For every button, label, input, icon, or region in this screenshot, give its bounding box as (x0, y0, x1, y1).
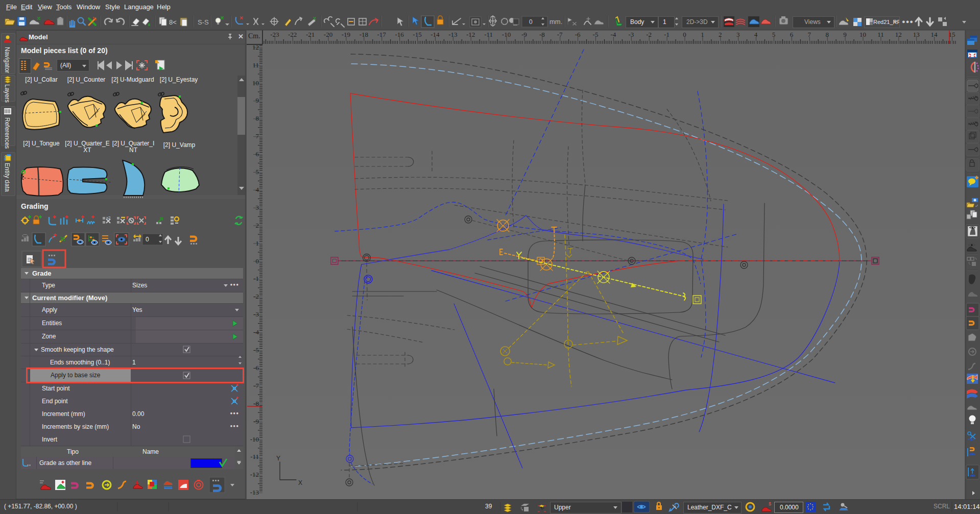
svg-text:-23: -23 (270, 31, 279, 38)
svg-text:11: 11 (877, 31, 884, 38)
svg-text:3: 3 (256, 204, 259, 211)
svg-text:-21: -21 (306, 31, 315, 38)
svg-text:10: 10 (859, 31, 866, 38)
svg-text:-18: -18 (360, 31, 368, 38)
svg-text:-2: -2 (646, 31, 652, 38)
svg-text:6: 6 (790, 31, 794, 38)
svg-text:-6: -6 (253, 364, 259, 372)
svg-text:-9: -9 (521, 31, 527, 38)
svg-text:8: 8 (825, 31, 829, 38)
svg-text:-3: -3 (253, 310, 259, 318)
svg-text:-3: -3 (628, 31, 634, 38)
svg-text:7: 7 (256, 132, 259, 140)
svg-text:3: 3 (736, 31, 740, 38)
svg-text:-16: -16 (395, 31, 404, 38)
svg-text:Cm.: Cm. (248, 32, 260, 40)
svg-text:-4: -4 (610, 31, 616, 38)
svg-text:-10: -10 (250, 435, 259, 443)
svg-text:Y: Y (276, 455, 280, 462)
svg-text:12: 12 (895, 31, 902, 38)
svg-text:4: 4 (256, 186, 259, 193)
svg-text:10: 10 (252, 79, 259, 87)
svg-text:-7: -7 (253, 382, 259, 389)
svg-text:-20: -20 (324, 31, 332, 38)
svg-text:9: 9 (843, 31, 847, 38)
svg-text:-19: -19 (342, 31, 350, 38)
svg-text:-9: -9 (253, 418, 259, 425)
svg-text:-14: -14 (431, 31, 440, 38)
svg-text:13: 13 (913, 31, 920, 38)
svg-text:-1: -1 (664, 31, 670, 38)
svg-text:-13: -13 (250, 488, 259, 496)
svg-text:11: 11 (252, 61, 259, 69)
svg-text:-5: -5 (253, 346, 259, 354)
svg-text:$: $ (769, 501, 771, 506)
svg-text:0: 0 (146, 236, 149, 243)
svg-text:-8: -8 (539, 31, 545, 38)
svg-text:14: 14 (931, 31, 938, 38)
svg-text:-11: -11 (484, 31, 493, 38)
svg-text:4: 4 (754, 31, 758, 38)
svg-text:-17: -17 (377, 31, 387, 38)
svg-text:6: 6 (256, 150, 259, 158)
svg-text:X: X (298, 479, 302, 486)
svg-text:-4: -4 (253, 328, 259, 336)
svg-text:8: 8 (256, 114, 259, 122)
svg-text:-12: -12 (250, 471, 259, 478)
svg-text:1: 1 (256, 239, 259, 247)
svg-text:x2: x2 (106, 215, 111, 220)
svg-text:7: 7 (808, 31, 811, 38)
svg-text:0: 0 (256, 257, 259, 265)
svg-text:-15: -15 (413, 31, 421, 38)
svg-text:-22: -22 (288, 31, 297, 38)
svg-text:S-S: S-S (198, 18, 209, 26)
svg-text:mm.: mm. (549, 18, 562, 26)
svg-text:1: 1 (701, 31, 704, 38)
svg-text:5: 5 (256, 168, 259, 176)
svg-text:-7: -7 (557, 31, 563, 38)
svg-text:8<: 8< (169, 18, 177, 26)
svg-text:-1: -1 (253, 275, 259, 282)
svg-text:-5: -5 (593, 31, 599, 38)
svg-text:2: 2 (256, 222, 259, 229)
svg-text:-12: -12 (466, 31, 475, 38)
svg-text:-10: -10 (502, 31, 511, 38)
svg-text:2: 2 (719, 31, 722, 38)
svg-text:0: 0 (529, 18, 533, 26)
svg-text:-2: -2 (253, 292, 259, 300)
svg-text:9: 9 (256, 96, 259, 104)
svg-text:-13: -13 (448, 31, 457, 38)
svg-text:-6: -6 (575, 31, 581, 38)
svg-text:0: 0 (683, 31, 686, 38)
svg-text:5: 5 (772, 31, 776, 38)
svg-text:-11: -11 (250, 453, 259, 460)
